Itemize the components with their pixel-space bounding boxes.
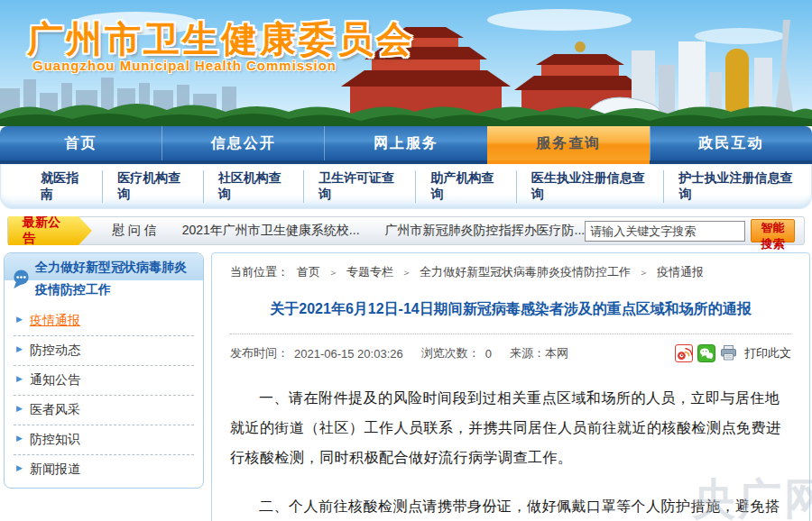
chevron-right-icon: ▶ [16,374,23,383]
chevron-right-icon: ▶ [16,463,23,472]
sidebar-item-prevention-knowledge[interactable]: ▶防控知识 [14,425,194,455]
subnav-nurse-registration-query[interactable]: 护士执业注册信息查询 [663,170,811,203]
smart-search-button[interactable]: 智能搜索 [751,219,795,242]
nav-underline [0,160,812,164]
speech-bubble-icon [11,269,32,297]
chevron-right-icon: ▶ [16,344,23,353]
site-banner: 广州市卫生健康委员会 Guangzhou Municipal Health Co… [0,0,812,126]
article-panel: 当前位置： 首页 ＞ 专题专栏 ＞ 全力做好新型冠状病毒肺炎疫情防控工作 ＞ 疫… [211,252,810,521]
subnav-midwifery-institution-query[interactable]: 助产机构查询 [415,170,515,203]
sidebar-item-label: 医者风采 [30,402,80,416]
breadcrumb-home[interactable]: 首页 [297,264,320,280]
sidebar-item-prevention-updates[interactable]: ▶防控动态 [14,336,194,366]
publish-time-label: 发布时间： [230,345,289,361]
print-icon[interactable] [720,344,738,362]
breadcrumb-epidemic-report[interactable]: 疫情通报 [657,264,704,280]
weibo-share-icon[interactable] [675,344,693,362]
breadcrumb-special-topics[interactable]: 专题专栏 [346,264,393,280]
search-area: 智能搜索 [585,219,804,242]
sub-nav: 就医指南 医疗机构查询 社区机构查询 卫生许可证查询 助产机构查询 医生执业注册… [0,164,812,209]
wechat-share-icon[interactable] [697,344,715,362]
print-this-page-link[interactable]: 打印此文 [744,345,791,361]
subnav-medical-guide[interactable]: 就医指南 [26,170,102,203]
breadcrumb: 当前位置： 首页 ＞ 专题专栏 ＞ 全力做好新型冠状病毒肺炎疫情防控工作 ＞ 疫… [230,264,791,280]
tab-label: 网上服务 [374,134,438,153]
sidebar-item-doctor-profiles[interactable]: ▶医者风采 [14,396,194,425]
sidebar-item-notices[interactable]: ▶通知公告 [14,366,194,396]
views-label: 浏览次数： [421,345,480,361]
tab-label: 信息公开 [211,134,276,153]
sidebar-item-label: 防控动态 [30,343,80,357]
breadcrumb-separator: ＞ [639,266,649,279]
subnav-medical-institution-query[interactable]: 医疗机构查询 [102,170,202,203]
main-nav: 首页 信息公开 网上服务 服务查询 政民互动 [0,126,812,160]
breadcrumb-label: 当前位置： [230,264,289,280]
breadcrumb-separator: ＞ [328,266,338,279]
article-meta: 发布时间： 2021-06-15 20:03:26 浏览次数： 0 来源：本网 [230,334,791,364]
active-tab-underline [487,160,650,164]
subnav-doctor-registration-query[interactable]: 医生执业注册信息查询 [516,170,664,203]
latest-announcement-badge: 最新公告 [8,216,92,245]
announcement-link[interactable]: 慰 问 信 [112,223,157,239]
publish-time-value: 2021-06-15 20:03:26 [294,347,403,361]
tab-home[interactable]: 首页 [0,126,161,160]
announcement-bar: 最新公告 慰 问 信 2021年广州市卫生健康系统校... 广州市新冠肺炎防控指… [7,216,805,245]
chevron-right-icon: ▶ [16,434,23,443]
sidebar-item-epidemic-report[interactable]: ▶疫情通报 [14,306,194,336]
site-title: 广州市卫生健康委员会 [27,14,415,64]
subnav-hygiene-license-query[interactable]: 卫生许可证查询 [303,170,415,203]
sidebar: 全力做好新型冠状病毒肺炎疫情防控工作 ▶疫情通报 ▶防控动态 ▶通知公告 ▶医者… [4,252,204,489]
chevron-right-icon: ▶ [16,404,23,413]
sidebar-menu: ▶疫情通报 ▶防控动态 ▶通知公告 ▶医者风采 ▶防控知识 ▶新闻报道 [5,305,203,488]
breadcrumb-separator: ＞ [401,266,411,279]
views-value: 0 [485,347,492,361]
sidebar-header: 全力做好新型冠状病毒肺炎疫情防控工作 [5,253,203,305]
sidebar-header-label: 全力做好新型冠状病毒肺炎疫情防控工作 [35,260,187,297]
announcement-link[interactable]: 2021年广州市卫生健康系统校... [182,223,360,239]
sidebar-item-label: 新闻报道 [30,462,80,476]
sidebar-item-label: 通知公告 [30,372,80,387]
article-title: 关于2021年6月12日-14日期间新冠病毒感染者涉及的重点区域和场所的通报 [230,300,791,319]
announcement-links: 慰 问 信 2021年广州市卫生健康系统校... 广州市新冠肺炎防控指挥办医疗防… [112,223,585,239]
source-label: 来源：本网 [510,345,568,361]
subnav-community-institution-query[interactable]: 社区机构查询 [203,170,303,203]
article-paragraph: 一、请在附件提及的风险时间段到过相关重点区域和场所的人员，立即与居住地就近的街道… [230,383,791,472]
tab-online-services[interactable]: 网上服务 [324,126,486,160]
tab-info-disclosure[interactable]: 信息公开 [161,126,324,160]
share-toolbar: 打印此文 [675,344,791,362]
announcement-link[interactable]: 广州市新冠肺炎防控指挥办医疗防... [385,223,586,239]
tab-public-interaction[interactable]: 政民互动 [650,126,812,160]
chevron-right-icon: ▶ [16,315,23,324]
tab-label: 首页 [65,134,97,153]
tab-label: 政民互动 [698,134,763,153]
content-area: 全力做好新型冠状病毒肺炎疫情防控工作 ▶疫情通报 ▶防控动态 ▶通知公告 ▶医者… [4,252,810,521]
search-input[interactable] [585,221,745,242]
site-subtitle: Guangzhou Municipal Health Commission [32,58,337,73]
breadcrumb-covid-prevention[interactable]: 全力做好新型冠状病毒肺炎疫情防控工作 [420,264,631,280]
sidebar-item-label: 防控知识 [30,432,80,446]
sidebar-item-news-reports[interactable]: ▶新闻报道 [14,455,194,484]
tab-service-query[interactable]: 服务查询 [487,126,650,160]
article-paragraph: 二、个人前往核酸检测点请携带身份证，做好佩戴口罩等个人防护措施，避免搭乘公共交通… [230,491,791,521]
tab-label: 服务查询 [536,134,601,153]
sidebar-item-label: 疫情通报 [30,313,80,327]
